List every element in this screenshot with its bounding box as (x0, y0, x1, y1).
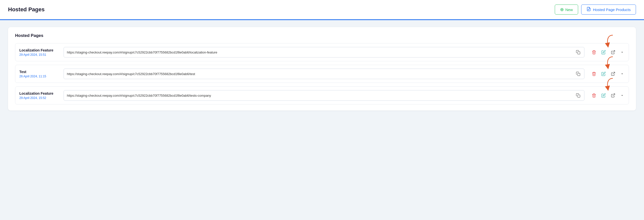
copy-url-button[interactable] (575, 92, 581, 98)
copy-url-button[interactable] (575, 49, 581, 55)
header-actions: ⊕ New Hosted Page Products (555, 5, 636, 15)
svg-rect-4 (578, 73, 580, 76)
plus-icon: ⊕ (560, 7, 564, 12)
svg-rect-6 (578, 95, 580, 97)
svg-rect-2 (578, 52, 580, 54)
svg-line-3 (613, 50, 615, 52)
row-actions (591, 92, 625, 98)
row-url-container: https://staging-checkout.reepay.com/#/si… (64, 47, 584, 58)
table-row: Localization Feature 29 April 2024, 15:5… (15, 43, 629, 61)
external-link-button[interactable] (610, 49, 616, 55)
row-name: Localization Feature (19, 91, 60, 95)
row-url: https://staging-checkout.reepay.com/#/si… (67, 94, 573, 97)
page-header: Hosted Pages ⊕ New Hosted Page Products (0, 0, 644, 19)
row-actions (591, 49, 625, 55)
row-url: https://staging-checkout.reepay.com/#/si… (67, 50, 573, 54)
hosted-pages-card: Hosted Pages Localization Feature 29 Apr… (8, 27, 636, 111)
external-link-button[interactable] (610, 92, 616, 98)
card-title: Hosted Pages (15, 33, 629, 38)
delete-button[interactable] (591, 92, 597, 98)
row-url: https://staging-checkout.reepay.com/#/si… (67, 72, 573, 76)
table-row: Localization Feature 29 April 2024, 15:5… (15, 86, 629, 104)
svg-line-7 (613, 94, 615, 96)
row-name-area: Test 26 April 2024, 11:15 (19, 70, 60, 78)
hosted-page-products-button[interactable]: Hosted Page Products (581, 5, 636, 15)
dropdown-button[interactable] (620, 93, 625, 98)
row-name-area: Localization Feature 29 April 2024, 15:5… (19, 91, 60, 100)
row-actions (591, 71, 625, 77)
edit-button[interactable] (601, 71, 607, 77)
table-row: Test 26 April 2024, 11:15 https://stagin… (15, 65, 629, 83)
page-title: Hosted Pages (8, 6, 45, 13)
document-icon (586, 7, 591, 12)
row-name: Localization Feature (19, 48, 60, 52)
copy-url-button[interactable] (575, 71, 581, 77)
row-name: Test (19, 70, 60, 74)
row-name-area: Localization Feature 29 April 2024, 15:5… (19, 48, 60, 57)
delete-button[interactable] (591, 49, 597, 55)
svg-line-5 (613, 72, 615, 74)
row-date: 29 April 2024, 15:52 (19, 96, 60, 100)
new-button-label: New (565, 8, 573, 12)
new-button[interactable]: ⊕ New (555, 5, 578, 15)
main-content: Hosted Pages Localization Feature 29 Apr… (0, 20, 644, 118)
row-date: 29 April 2024, 15:51 (19, 53, 60, 57)
hosted-products-label: Hosted Page Products (593, 8, 631, 12)
dropdown-button[interactable] (620, 71, 625, 76)
dropdown-button[interactable] (620, 50, 625, 55)
external-link-button[interactable] (610, 71, 616, 77)
delete-button[interactable] (591, 71, 597, 77)
row-url-container: https://staging-checkout.reepay.com/#/si… (64, 69, 584, 79)
edit-button[interactable] (601, 49, 607, 55)
row-url-container: https://staging-checkout.reepay.com/#/si… (64, 90, 584, 101)
row-date: 26 April 2024, 11:15 (19, 75, 60, 78)
edit-button[interactable] (601, 92, 607, 98)
